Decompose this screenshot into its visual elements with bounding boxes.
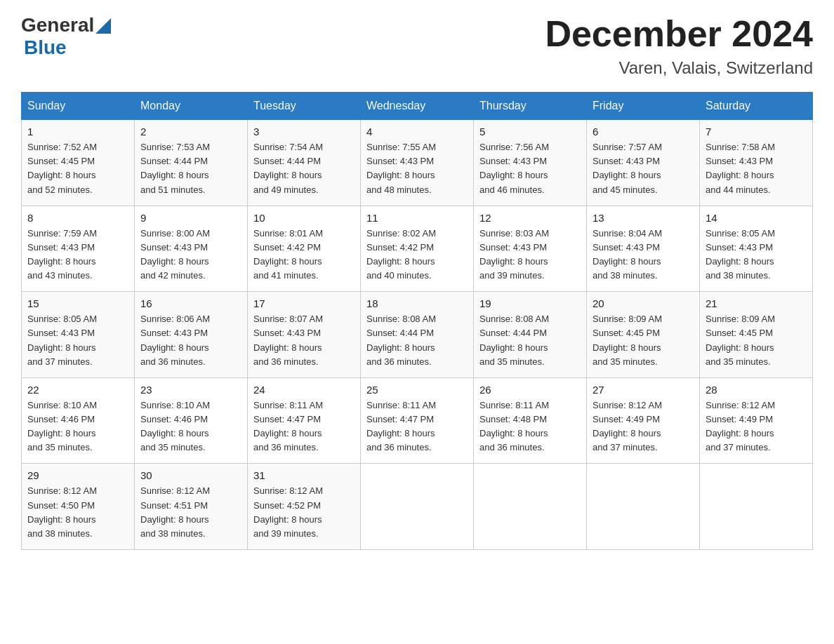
day-info: Sunrise: 8:05 AMSunset: 4:43 PMDaylight:…	[706, 227, 807, 283]
day-info: Sunrise: 8:08 AMSunset: 4:44 PMDaylight:…	[479, 312, 581, 369]
day-number: 4	[366, 126, 468, 137]
day-info: Sunrise: 8:05 AMSunset: 4:43 PMDaylight:…	[27, 312, 128, 369]
day-info: Sunrise: 8:12 AMSunset: 4:49 PMDaylight:…	[706, 398, 807, 455]
day-info: Sunrise: 8:08 AMSunset: 4:44 PMDaylight:…	[366, 312, 468, 369]
calendar-week-row: 8Sunrise: 7:59 AMSunset: 4:43 PMDaylight…	[22, 206, 813, 292]
day-number: 20	[593, 297, 694, 309]
table-row: 12Sunrise: 8:03 AMSunset: 4:43 PMDayligh…	[474, 206, 587, 292]
table-row: 7Sunrise: 7:58 AMSunset: 4:43 PMDaylight…	[700, 120, 813, 206]
day-info: Sunrise: 8:03 AMSunset: 4:43 PMDaylight:…	[479, 227, 581, 283]
table-row: 25Sunrise: 8:11 AMSunset: 4:47 PMDayligh…	[361, 377, 474, 464]
location-title: Varen, Valais, Switzerland	[545, 58, 813, 78]
table-row: 17Sunrise: 8:07 AMSunset: 4:43 PMDayligh…	[248, 292, 361, 378]
calendar-week-row: 29Sunrise: 8:12 AMSunset: 4:50 PMDayligh…	[22, 464, 813, 550]
table-row: 26Sunrise: 8:11 AMSunset: 4:48 PMDayligh…	[474, 377, 587, 464]
logo-text-blue: Blue	[24, 36, 67, 59]
table-row: 11Sunrise: 8:02 AMSunset: 4:42 PMDayligh…	[361, 206, 474, 292]
day-number: 23	[140, 384, 241, 396]
table-row: 31Sunrise: 8:12 AMSunset: 4:52 PMDayligh…	[248, 464, 361, 550]
col-thursday: Thursday	[474, 93, 587, 120]
day-info: Sunrise: 8:12 AMSunset: 4:52 PMDaylight:…	[253, 484, 355, 541]
day-number: 5	[479, 126, 581, 137]
table-row	[474, 464, 587, 550]
day-info: Sunrise: 8:11 AMSunset: 4:47 PMDaylight:…	[253, 398, 355, 455]
day-info: Sunrise: 8:12 AMSunset: 4:49 PMDaylight:…	[593, 398, 694, 455]
calendar-week-row: 1Sunrise: 7:52 AMSunset: 4:45 PMDaylight…	[22, 120, 813, 206]
day-info: Sunrise: 7:55 AMSunset: 4:43 PMDaylight:…	[366, 140, 468, 197]
day-info: Sunrise: 7:57 AMSunset: 4:43 PMDaylight:…	[593, 140, 694, 197]
table-row: 6Sunrise: 7:57 AMSunset: 4:43 PMDaylight…	[587, 120, 700, 206]
day-info: Sunrise: 8:12 AMSunset: 4:51 PMDaylight:…	[140, 484, 241, 541]
calendar-table: Sunday Monday Tuesday Wednesday Thursday…	[21, 92, 813, 550]
table-row: 30Sunrise: 8:12 AMSunset: 4:51 PMDayligh…	[135, 464, 248, 550]
col-saturday: Saturday	[700, 93, 813, 120]
col-friday: Friday	[587, 93, 700, 120]
day-number: 25	[366, 384, 468, 396]
day-number: 31	[253, 469, 355, 481]
day-number: 30	[140, 469, 241, 481]
day-info: Sunrise: 8:04 AMSunset: 4:43 PMDaylight:…	[593, 227, 694, 283]
table-row: 29Sunrise: 8:12 AMSunset: 4:50 PMDayligh…	[22, 464, 135, 550]
day-number: 29	[27, 469, 128, 481]
day-info: Sunrise: 7:59 AMSunset: 4:43 PMDaylight:…	[27, 227, 128, 283]
col-monday: Monday	[135, 93, 248, 120]
table-row: 8Sunrise: 7:59 AMSunset: 4:43 PMDaylight…	[22, 206, 135, 292]
day-info: Sunrise: 8:00 AMSunset: 4:43 PMDaylight:…	[140, 227, 241, 283]
table-row: 20Sunrise: 8:09 AMSunset: 4:45 PMDayligh…	[587, 292, 700, 378]
day-info: Sunrise: 8:09 AMSunset: 4:45 PMDaylight:…	[593, 312, 694, 369]
day-info: Sunrise: 8:12 AMSunset: 4:50 PMDaylight:…	[27, 484, 128, 541]
month-title: December 2024	[545, 14, 813, 54]
col-sunday: Sunday	[22, 93, 135, 120]
table-row: 28Sunrise: 8:12 AMSunset: 4:49 PMDayligh…	[700, 377, 813, 464]
day-number: 14	[706, 212, 807, 224]
day-number: 6	[593, 126, 694, 137]
day-info: Sunrise: 7:56 AMSunset: 4:43 PMDaylight:…	[479, 140, 581, 197]
table-row: 4Sunrise: 7:55 AMSunset: 4:43 PMDaylight…	[361, 120, 474, 206]
table-row	[587, 464, 700, 550]
table-row: 2Sunrise: 7:53 AMSunset: 4:44 PMDaylight…	[135, 120, 248, 206]
day-number: 16	[140, 297, 241, 309]
table-row: 10Sunrise: 8:01 AMSunset: 4:42 PMDayligh…	[248, 206, 361, 292]
day-number: 11	[366, 212, 468, 224]
logo-icon: General Blue	[21, 14, 111, 59]
table-row: 5Sunrise: 7:56 AMSunset: 4:43 PMDaylight…	[474, 120, 587, 206]
day-number: 2	[140, 126, 241, 137]
day-info: Sunrise: 8:02 AMSunset: 4:42 PMDaylight:…	[366, 227, 468, 283]
day-number: 22	[27, 384, 128, 396]
calendar-week-row: 15Sunrise: 8:05 AMSunset: 4:43 PMDayligh…	[22, 292, 813, 378]
table-row: 15Sunrise: 8:05 AMSunset: 4:43 PMDayligh…	[22, 292, 135, 378]
day-number: 21	[706, 297, 807, 309]
day-number: 3	[253, 126, 355, 137]
calendar-header: Sunday Monday Tuesday Wednesday Thursday…	[22, 93, 813, 120]
day-info: Sunrise: 8:07 AMSunset: 4:43 PMDaylight:…	[253, 312, 355, 369]
table-row: 3Sunrise: 7:54 AMSunset: 4:44 PMDaylight…	[248, 120, 361, 206]
col-tuesday: Tuesday	[248, 93, 361, 120]
day-number: 17	[253, 297, 355, 309]
table-row: 9Sunrise: 8:00 AMSunset: 4:43 PMDaylight…	[135, 206, 248, 292]
day-number: 27	[593, 384, 694, 396]
table-row: 13Sunrise: 8:04 AMSunset: 4:43 PMDayligh…	[587, 206, 700, 292]
calendar-week-row: 22Sunrise: 8:10 AMSunset: 4:46 PMDayligh…	[22, 377, 813, 464]
table-row: 14Sunrise: 8:05 AMSunset: 4:43 PMDayligh…	[700, 206, 813, 292]
day-number: 15	[27, 297, 128, 309]
table-row: 16Sunrise: 8:06 AMSunset: 4:43 PMDayligh…	[135, 292, 248, 378]
day-number: 12	[479, 212, 581, 224]
day-number: 13	[593, 212, 694, 224]
table-row: 22Sunrise: 8:10 AMSunset: 4:46 PMDayligh…	[22, 377, 135, 464]
day-number: 7	[706, 126, 807, 137]
page-header: General Blue December 2024 Varen, Valais…	[21, 14, 813, 78]
table-row: 18Sunrise: 8:08 AMSunset: 4:44 PMDayligh…	[361, 292, 474, 378]
table-row: 19Sunrise: 8:08 AMSunset: 4:44 PMDayligh…	[474, 292, 587, 378]
day-number: 28	[706, 384, 807, 396]
col-wednesday: Wednesday	[361, 93, 474, 120]
day-info: Sunrise: 7:52 AMSunset: 4:45 PMDaylight:…	[27, 140, 128, 197]
day-number: 18	[366, 297, 468, 309]
header-row: Sunday Monday Tuesday Wednesday Thursday…	[22, 93, 813, 120]
day-number: 9	[140, 212, 241, 224]
day-number: 1	[27, 126, 128, 137]
day-info: Sunrise: 8:11 AMSunset: 4:47 PMDaylight:…	[366, 398, 468, 455]
table-row: 23Sunrise: 8:10 AMSunset: 4:46 PMDayligh…	[135, 377, 248, 464]
day-number: 19	[479, 297, 581, 309]
day-info: Sunrise: 8:11 AMSunset: 4:48 PMDaylight:…	[479, 398, 581, 455]
day-number: 26	[479, 384, 581, 396]
